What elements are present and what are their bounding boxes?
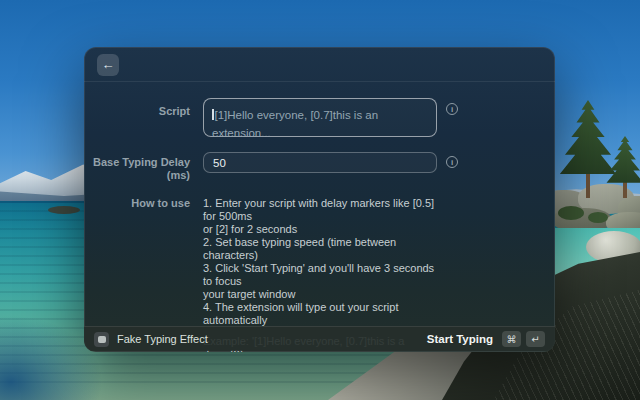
extension-name: Fake Typing Effect — [117, 333, 208, 345]
action-bar-left: Fake Typing Effect — [94, 332, 423, 347]
script-textarea[interactable]: [1]Hello everyone, [0.7]this is an exten… — [203, 98, 437, 137]
action-bar: Fake Typing Effect Start Typing ⌘ ↵ — [84, 326, 555, 351]
howto-line: 3. Click 'Start Typing' and you'll have … — [203, 262, 437, 288]
action-bar-right: Start Typing ⌘ ↵ — [423, 331, 545, 347]
return-key-icon: ↵ — [526, 331, 545, 347]
window-header: ← — [84, 47, 555, 82]
script-placeholder: [1]Hello everyone, [0.7]this is an exten… — [212, 109, 378, 139]
back-button[interactable]: ← — [97, 54, 119, 76]
howto-line: or [2] for 2 seconds — [203, 223, 437, 236]
howto-line: 1. Enter your script with delay markers … — [203, 197, 437, 223]
delay-row: Base Typing Delay (ms) i — [84, 152, 555, 182]
howto-line: your target window — [203, 288, 437, 301]
delay-label: Base Typing Delay (ms) — [84, 152, 190, 182]
keyboard-icon — [98, 336, 106, 343]
back-arrow-icon: ← — [102, 57, 115, 72]
shore-bush — [558, 206, 584, 220]
shore-bush — [588, 212, 608, 223]
extension-form: Script [1]Hello everyone, [0.7]this is a… — [84, 82, 555, 352]
tree-canopy — [604, 136, 640, 187]
start-typing-button[interactable]: Start Typing — [423, 331, 497, 347]
script-row: Script [1]Hello everyone, [0.7]this is a… — [84, 98, 555, 137]
info-icon[interactable]: i — [446, 103, 458, 115]
info-icon[interactable]: i — [446, 156, 458, 168]
text-caret — [212, 109, 214, 120]
rock-islet — [48, 206, 80, 214]
command-key-icon: ⌘ — [502, 331, 521, 347]
howto-line: 4. The extension will type out your scri… — [203, 301, 437, 327]
pine-tree-small — [604, 136, 640, 198]
window-body: Script [1]Hello everyone, [0.7]this is a… — [84, 82, 555, 351]
delay-input[interactable] — [203, 152, 437, 173]
extension-icon — [94, 332, 109, 347]
extension-window: ← Script [1]Hello everyone, [0.7]this is… — [84, 47, 555, 352]
howto-label: How to use — [84, 197, 190, 210]
howto-line: 2. Set base typing speed (time between c… — [203, 236, 437, 262]
script-label: Script — [84, 98, 190, 118]
tree-trunk — [586, 174, 590, 198]
